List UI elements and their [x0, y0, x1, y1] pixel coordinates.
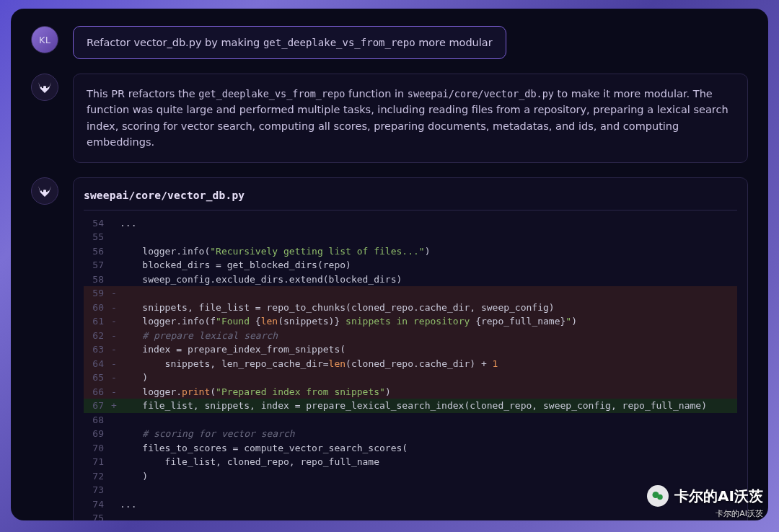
line-number: 54 — [84, 216, 108, 231]
code-content: ) — [120, 371, 737, 385]
diff-marker: - — [108, 342, 120, 357]
diff-marker: - — [108, 286, 120, 301]
line-number: 59 — [84, 286, 108, 301]
reply-seg: This PR refactors the — [87, 88, 198, 99]
bot-avatar — [31, 74, 58, 101]
line-number: 61 — [84, 314, 108, 329]
code-content: index = prepare_index_from_snippets( — [120, 342, 737, 357]
code-content: logger.info(f"Found {len(snippets)} snip… — [120, 314, 737, 329]
diff-line: 74... — [84, 497, 737, 512]
diff-marker — [108, 469, 120, 484]
line-number: 72 — [84, 469, 108, 484]
code-content: snippets, len_repo_cache_dir=len(cloned_… — [120, 357, 737, 371]
diff-marker: + — [108, 399, 120, 413]
prompt-text-post: more modular — [415, 37, 493, 48]
line-number: 64 — [84, 357, 108, 371]
line-number: 68 — [84, 413, 108, 427]
line-number: 67 — [84, 399, 108, 413]
reply-code: sweepai/core/vector_db.py — [408, 88, 554, 99]
code-content: # prepare lexical search — [120, 329, 737, 343]
diff-marker — [108, 455, 120, 469]
bot-avatar — [31, 177, 58, 205]
diff-marker: - — [108, 301, 120, 315]
diff-marker — [108, 511, 120, 520]
svg-point-1 — [46, 87, 48, 88]
diff-marker — [108, 441, 120, 456]
diff-line: 62- # prepare lexical search — [84, 329, 737, 343]
diff-file-path: sweepai/core/vector_db.py — [84, 190, 737, 210]
code-content: file_list, snippets, index = prepare_lex… — [120, 399, 737, 413]
line-number: 55 — [84, 230, 108, 244]
line-number: 71 — [84, 455, 108, 469]
code-content: ... — [120, 497, 737, 512]
code-content — [120, 483, 737, 497]
diff-marker — [108, 427, 120, 441]
diff-line: 66- logger.print("Prepared index from sn… — [84, 385, 737, 399]
line-number: 73 — [84, 483, 108, 497]
diff-code-block[interactable]: 54...5556 logger.info("Recursively getti… — [84, 216, 737, 520]
user-message-row: KL Refactor vector_db.py by making get_d… — [31, 26, 748, 59]
diff-marker — [108, 244, 120, 259]
diff-marker — [108, 216, 120, 231]
user-initials: KL — [39, 35, 50, 45]
line-number: 75 — [84, 511, 108, 520]
line-number: 63 — [84, 342, 108, 357]
code-content: logger.info("Recursively getting list of… — [120, 244, 737, 259]
sweep-fox-icon — [36, 79, 53, 96]
diff-line: 69 # scoring for vector search — [84, 427, 737, 441]
diff-marker: - — [108, 314, 120, 329]
line-number: 74 — [84, 497, 108, 512]
code-content — [120, 230, 737, 244]
diff-line: 70 files_to_scores = compute_vector_sear… — [84, 441, 737, 456]
line-number: 69 — [84, 427, 108, 441]
code-content: ... — [120, 216, 737, 231]
diff-line: 67+ file_list, snippets, index = prepare… — [84, 399, 737, 413]
diff-line: 58 sweep_config.exclude_dirs.extend(bloc… — [84, 272, 737, 287]
bot-reply: This PR refactors the get_deeplake_vs_fr… — [73, 74, 748, 163]
prompt-text-pre: Refactor vector_db.py by making — [87, 37, 263, 48]
code-content — [120, 286, 737, 301]
diff-line: 68 — [84, 413, 737, 427]
line-number: 58 — [84, 272, 108, 287]
diff-line: 64- snippets, len_repo_cache_dir=len(clo… — [84, 357, 737, 371]
code-content: # scoring for vector search — [120, 427, 737, 441]
reply-code: get_deeplake_vs_from_repo — [198, 88, 345, 99]
code-content: file_list, cloned_repo, repo_full_name — [120, 455, 737, 469]
diff-line: 72 ) — [84, 469, 737, 484]
reply-seg: function in — [345, 88, 407, 99]
bot-reply-row: This PR refactors the get_deeplake_vs_fr… — [31, 74, 748, 163]
code-content: files_to_scores = compute_vector_search_… — [120, 441, 737, 456]
code-content: sweep_config.exclude_dirs.extend(blocked… — [120, 272, 737, 287]
prompt-code: get_deeplake_vs_from_repo — [263, 37, 415, 48]
diff-line: 75 — [84, 511, 737, 520]
diff-line: 61- logger.info(f"Found {len(snippets)} … — [84, 314, 737, 329]
diff-marker: - — [108, 385, 120, 399]
line-number: 66 — [84, 385, 108, 399]
diff-marker: - — [108, 329, 120, 343]
code-content: blocked_dirs = get_blocked_dirs(repo) — [120, 258, 737, 272]
diff-marker — [108, 230, 120, 244]
diff-line: 65- ) — [84, 371, 737, 385]
diff-marker — [108, 258, 120, 272]
diff-marker: - — [108, 371, 120, 385]
line-number: 60 — [84, 301, 108, 315]
diff-line: 71 file_list, cloned_repo, repo_full_nam… — [84, 455, 737, 469]
code-content — [120, 511, 737, 520]
line-number: 62 — [84, 329, 108, 343]
code-content: logger.print("Prepared index from snippe… — [120, 385, 737, 399]
line-number: 56 — [84, 244, 108, 259]
svg-point-0 — [42, 87, 43, 88]
svg-point-2 — [42, 190, 43, 192]
sweep-fox-icon — [36, 182, 53, 200]
chat-panel: KL Refactor vector_db.py by making get_d… — [11, 9, 768, 520]
user-avatar: KL — [31, 26, 58, 53]
svg-point-3 — [46, 190, 48, 192]
diff-marker — [108, 413, 120, 427]
line-number: 57 — [84, 258, 108, 272]
diff-line: 60- snippets, file_list = repo_to_chunks… — [84, 301, 737, 315]
diff-marker — [108, 272, 120, 287]
code-content: snippets, file_list = repo_to_chunks(clo… — [120, 301, 737, 315]
diff-line: 56 logger.info("Recursively getting list… — [84, 244, 737, 259]
diff-line: 59- — [84, 286, 737, 301]
user-prompt[interactable]: Refactor vector_db.py by making get_deep… — [73, 26, 506, 59]
